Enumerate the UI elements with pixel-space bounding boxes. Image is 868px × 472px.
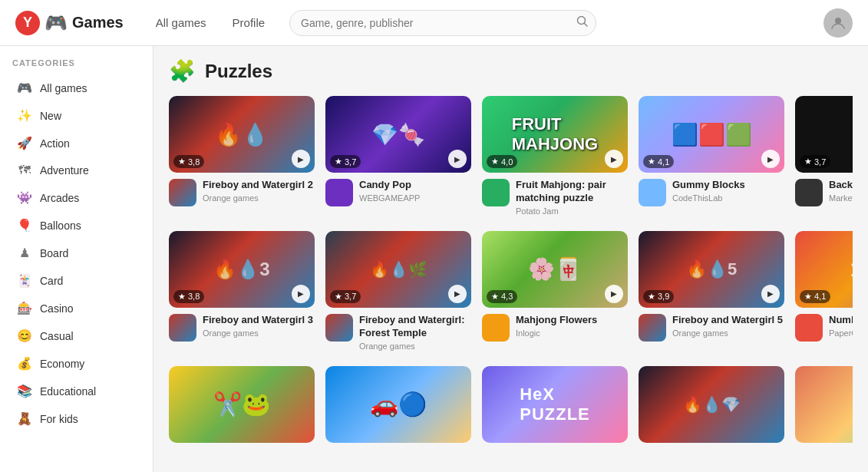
search-input[interactable] bbox=[289, 10, 596, 36]
game-card-fbforest[interactable]: 🔥💧🌿 ★3,7 ▶ Fireboy and Watergirl: Forest… bbox=[325, 231, 471, 351]
game-rating-fb5: ★3,9 bbox=[643, 290, 674, 303]
game-publisher-number: PaperG... bbox=[829, 328, 853, 338]
game-icon-gummy bbox=[639, 179, 666, 206]
game-card-number[interactable]: 123 ★4,1 Number... PaperG... bbox=[795, 231, 853, 351]
logo[interactable]: Y 🎮 Games bbox=[15, 11, 124, 35]
games-row-1: 🔥💧 ★3,8 ▶ Fireboy and Watergirl 2 Orange… bbox=[169, 96, 853, 216]
game-info-fbforest: Fireboy and Watergirl: Forest Temple Ora… bbox=[325, 314, 471, 351]
game-rating-candy: ★3,7 bbox=[330, 155, 361, 168]
sidebar-item-balloons[interactable]: 🎈 Balloons bbox=[5, 212, 148, 239]
game-card-mahjong[interactable]: 🌸🀄 ★4,3 ▶ Mahjong Flowers Inlogic bbox=[482, 231, 628, 351]
game-card-fb3[interactable]: 🔥💧3 ★3,8 ▶ Fireboy and Watergirl 3 Orang… bbox=[169, 231, 315, 351]
game-rating-backga: ★3,7 bbox=[800, 155, 830, 168]
play-btn-fb5[interactable]: ▶ bbox=[761, 285, 780, 303]
sidebar-item-arcades[interactable]: 👾 Arcades bbox=[5, 184, 148, 211]
sidebar-item-adventure[interactable]: 🗺 Adventure bbox=[5, 157, 148, 183]
sidebar-label-educational: Educational bbox=[40, 385, 96, 398]
game-rating-fb3: ★3,8 bbox=[173, 290, 204, 303]
game-name-fbforest: Fireboy and Watergirl: Forest Temple bbox=[359, 314, 471, 340]
game-details-fb3: Fireboy and Watergirl 3 Orange games bbox=[203, 314, 315, 338]
game-name-candy: Candy Pop bbox=[359, 179, 471, 192]
game-thumb-cut: ✂️🐸 bbox=[169, 366, 315, 443]
game-details-fbforest: Fireboy and Watergirl: Forest Temple Ora… bbox=[359, 314, 471, 351]
sidebar-item-casino[interactable]: 🎰 Casino bbox=[5, 295, 148, 322]
game-name-fb5: Fireboy and Watergirl 5 bbox=[672, 314, 784, 327]
nav-profile[interactable]: Profile bbox=[223, 12, 275, 34]
sidebar-label-new: New bbox=[40, 110, 61, 122]
arcades-icon: 👾 bbox=[17, 190, 32, 205]
game-thumb-backga: 🎲 ★3,7 bbox=[795, 96, 853, 173]
sidebar-label-adventure: Adventure bbox=[40, 164, 89, 177]
game-card-wheely[interactable]: 🚗🔵 bbox=[325, 366, 471, 449]
sidebar-item-board[interactable]: ♟ Board bbox=[5, 239, 148, 266]
sidebar-label-balloons: Balloons bbox=[40, 219, 81, 232]
all-games-icon: 🎮 bbox=[17, 81, 32, 95]
sidebar-item-casual[interactable]: 😊 Casual bbox=[5, 322, 148, 349]
game-name-fb2: Fireboy and Watergirl 2 bbox=[203, 179, 315, 192]
game-card-candy[interactable]: 💎🍬 ★3,7 ▶ Candy Pop WEBGAMEAPP bbox=[325, 96, 471, 216]
casual-icon: 😊 bbox=[17, 328, 32, 343]
game-name-gummy: Gummy Blocks bbox=[672, 179, 784, 192]
game-publisher-fb3: Orange games bbox=[203, 328, 315, 338]
play-btn-gummy[interactable]: ▶ bbox=[761, 150, 780, 168]
educational-icon: 📚 bbox=[17, 384, 32, 398]
game-card-fbcrystal[interactable]: 🔥💧💎 bbox=[639, 366, 784, 449]
game-name-fb3: Fireboy and Watergirl 3 bbox=[203, 314, 315, 327]
nav-all-games[interactable]: All games bbox=[147, 12, 216, 34]
play-btn-fb3[interactable]: ▶ bbox=[292, 285, 310, 303]
game-thumb-gummy: 🟦🟥🟩 ★4,1 ▶ bbox=[639, 96, 784, 173]
game-details-candy: Candy Pop WEBGAMEAPP bbox=[359, 179, 471, 203]
logo-y-icon: Y bbox=[15, 11, 40, 35]
svg-line-1 bbox=[585, 23, 588, 26]
sidebar-item-card[interactable]: 🃏 Card bbox=[5, 267, 148, 294]
sidebar-item-action[interactable]: 🚀 Action bbox=[5, 130, 148, 157]
new-icon: ✨ bbox=[17, 108, 32, 123]
game-thumb-mrbean: 🧸 bbox=[795, 366, 853, 443]
sidebar-item-economy[interactable]: 💰 Economy bbox=[5, 350, 148, 377]
sidebar-item-educational[interactable]: 📚 Educational bbox=[5, 378, 148, 404]
game-card-fruit[interactable]: FRUITMAHJONG ★4,0 ▶ Fruit Mahjong: pair … bbox=[482, 96, 628, 216]
game-publisher-fb2: Orange games bbox=[203, 193, 315, 203]
play-btn-fb2[interactable]: ▶ bbox=[292, 150, 310, 168]
sidebar-item-all-games[interactable]: 🎮 All games bbox=[5, 74, 148, 101]
sidebar-label-economy: Economy bbox=[40, 358, 84, 370]
search-icon bbox=[576, 15, 589, 31]
card-icon: 🃏 bbox=[17, 273, 32, 288]
game-rating-fb2: ★3,8 bbox=[173, 155, 204, 168]
game-card-backga[interactable]: 🎲 ★3,7 Backga... MarketJ... bbox=[795, 96, 853, 216]
sidebar-item-new[interactable]: ✨ New bbox=[5, 102, 148, 129]
game-info-fruit: Fruit Mahjong: pair matching puzzle Pota… bbox=[482, 179, 628, 216]
game-thumb-fbcrystal: 🔥💧💎 bbox=[639, 366, 784, 443]
sidebar-item-for-kids[interactable]: 🧸 For kids bbox=[5, 405, 148, 432]
svg-point-2 bbox=[835, 18, 841, 24]
game-card-cut[interactable]: ✂️🐸 bbox=[169, 366, 315, 449]
game-icon-fbforest bbox=[325, 314, 353, 342]
game-name-backga: Backga... bbox=[829, 179, 853, 192]
adventure-icon: 🗺 bbox=[17, 163, 32, 177]
game-icon-number bbox=[795, 314, 823, 342]
game-details-number: Number... PaperG... bbox=[829, 314, 853, 338]
game-thumb-fb3: 🔥💧3 ★3,8 ▶ bbox=[169, 231, 315, 308]
game-thumb-wheely: 🚗🔵 bbox=[325, 366, 471, 443]
game-card-fb2[interactable]: 🔥💧 ★3,8 ▶ Fireboy and Watergirl 2 Orange… bbox=[169, 96, 315, 216]
sidebar-label-casino: Casino bbox=[40, 302, 74, 315]
game-card-fb5[interactable]: 🔥💧5 ★3,9 ▶ Fireboy and Watergirl 5 Orang… bbox=[639, 231, 784, 351]
game-card-mrbean[interactable]: 🧸 bbox=[795, 366, 853, 449]
game-card-hex[interactable]: HeXPUZZLE bbox=[482, 366, 628, 449]
game-card-gummy[interactable]: 🟦🟥🟩 ★4,1 ▶ Gummy Blocks CodeThisLab bbox=[639, 96, 784, 216]
game-thumb-mahjong: 🌸🀄 ★4,3 ▶ bbox=[482, 231, 628, 308]
play-btn-mahjong[interactable]: ▶ bbox=[605, 285, 623, 303]
play-btn-candy[interactable]: ▶ bbox=[448, 150, 467, 168]
economy-icon: 💰 bbox=[17, 356, 32, 371]
play-btn-fbforest[interactable]: ▶ bbox=[448, 285, 467, 303]
balloons-icon: 🎈 bbox=[17, 218, 32, 233]
sidebar-label-all-games: All games bbox=[40, 82, 87, 94]
game-details-backga: Backga... MarketJ... bbox=[829, 179, 853, 203]
game-details-fb2: Fireboy and Watergirl 2 Orange games bbox=[203, 179, 315, 203]
user-avatar[interactable] bbox=[823, 8, 853, 38]
game-publisher-backga: MarketJ... bbox=[829, 193, 853, 203]
play-btn-fruit[interactable]: ▶ bbox=[605, 150, 623, 168]
game-icon-mahjong bbox=[482, 314, 510, 342]
main-content: 🧩 Puzzles 🔥💧 ★3,8 ▶ Fireboy a bbox=[153, 46, 868, 472]
game-rating-gummy: ★4,1 bbox=[643, 155, 674, 168]
